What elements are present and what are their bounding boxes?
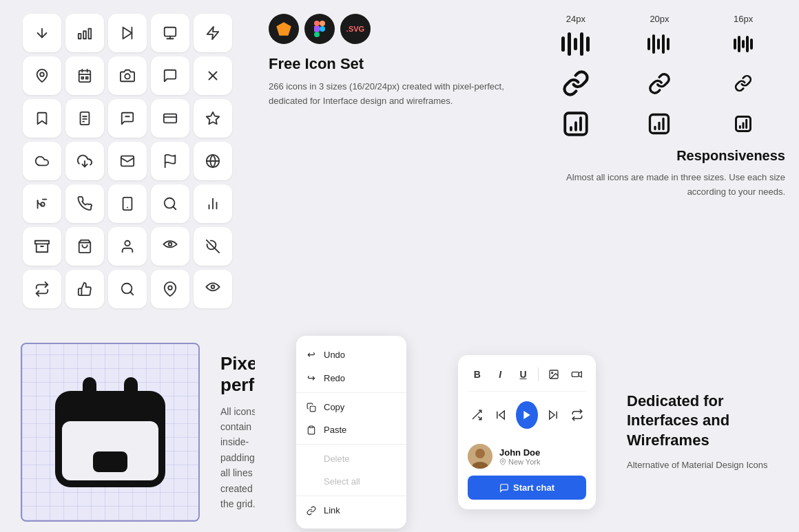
icon-cell[interactable] [194,99,232,138]
top-right-section: .SVG Free Icon Set 266 icons in 3 sizes … [255,0,799,322]
svg-rect-3 [89,29,92,39]
menu-divider-3 [296,496,406,496]
svg-rect-67 [734,39,736,50]
icon-cell[interactable] [23,227,61,266]
play-button[interactable] [516,401,537,429]
link-icon-24 [534,70,618,97]
svg-rect-62 [647,38,650,50]
menu-label-undo: Undo [324,350,345,360]
size-label-20: 20px [618,14,702,24]
menu-item-link[interactable]: Link [296,499,406,522]
start-chat-label: Start chat [513,482,554,493]
icon-cell[interactable] [65,184,104,223]
italic-button[interactable]: I [490,365,509,384]
icon-cell[interactable] [65,142,104,180]
bold-button[interactable]: B [468,365,486,384]
menu-divider-2 [296,444,406,445]
svg-rect-61 [586,36,590,52]
paste-icon [306,425,317,435]
menu-item-undo[interactable]: ↩ Undo [296,343,406,366]
svg-rect-55 [314,26,320,32]
icon-cell[interactable] [23,184,61,223]
icon-cell[interactable] [65,14,104,52]
menu-item-redo[interactable]: ↪ Redo [296,366,406,390]
link-icon-20 [618,72,702,95]
user-info: John Doe New York [499,447,586,466]
menu-label-copy: Copy [324,402,344,412]
icon-cell[interactable] [151,56,189,95]
svg-rect-2 [83,31,86,39]
svg-rect-1 [79,34,81,39]
icon-cell[interactable] [108,270,147,308]
menu-label-paste: Paste [324,425,346,435]
icon-cell[interactable] [65,227,104,266]
toolbar-divider [538,368,539,381]
svg-rect-87 [62,401,158,421]
user-city: New York [508,458,540,466]
menu-item-paste[interactable]: Paste [296,418,406,441]
user-card: John Doe New York [468,438,586,476]
svg-rect-94 [572,372,579,377]
svg-marker-9 [207,27,219,39]
icon-cell[interactable] [194,184,232,223]
icon-cell[interactable] [194,142,232,180]
icon-cell[interactable] [108,14,147,52]
icon-cell[interactable] [194,14,232,52]
icon-cell[interactable] [151,270,189,308]
menu-item-copy[interactable]: Copy [296,396,406,418]
icon-cell[interactable] [23,142,61,180]
svg-point-106 [502,460,504,462]
svg-line-38 [173,206,176,209]
underline-button[interactable]: U [514,365,532,384]
menu-label-redo: Redo [324,373,345,383]
responsiveness-desc: Almost all icons are made in three sizes… [534,171,785,200]
video-button[interactable] [568,365,586,384]
svg-point-104 [475,449,485,458]
icon-cell[interactable] [151,142,189,180]
icon-cell[interactable] [108,142,147,180]
next-button[interactable] [545,404,562,426]
icon-cell[interactable] [23,14,61,52]
icon-cell[interactable] [108,56,147,95]
svg-marker-51 [276,22,291,36]
start-chat-button[interactable]: Start chat [468,476,586,500]
svg-point-93 [552,372,553,374]
svg-rect-63 [652,34,655,54]
icon-cell[interactable] [151,227,189,266]
icon-cell[interactable] [23,99,61,138]
icon-cell[interactable] [108,184,147,223]
icon-cell[interactable] [23,56,61,95]
svg-rect-65 [662,34,665,54]
icon-cell[interactable] [65,56,104,95]
repeat-button[interactable] [569,404,586,426]
icon-cell[interactable] [108,227,147,266]
svg-rect-11 [79,71,91,83]
svg-rect-89 [93,451,127,472]
icon-cell[interactable] [65,99,104,138]
audio-icon-20 [618,33,702,55]
svg-point-46 [169,243,172,246]
svg-point-10 [40,72,44,76]
menu-label-delete: Delete [324,454,350,464]
icon-cell[interactable] [151,184,189,223]
icon-cell[interactable] [23,270,61,308]
svg-marker-100 [523,411,530,419]
svg-rect-25 [164,114,176,123]
prev-button[interactable] [492,404,509,426]
icon-cell[interactable] [151,99,189,138]
undo-icon: ↩ [306,349,317,360]
icon-cell[interactable] [194,270,232,308]
shuffle-button[interactable] [468,404,485,426]
icon-cell[interactable] [194,227,232,266]
icon-set-logos: .SVG [269,14,520,44]
svg-rect-57 [561,36,565,52]
calendar-svg [41,363,179,501]
icon-cell[interactable] [194,56,232,95]
responsiveness-panel: 24px 20px 16px [534,14,785,308]
icon-cell[interactable] [65,270,104,308]
icon-cell[interactable] [108,99,147,138]
svg-rect-59 [574,38,577,50]
icon-cell[interactable] [151,14,189,52]
svg-rect-42 [35,241,49,244]
image-button[interactable] [544,365,563,384]
